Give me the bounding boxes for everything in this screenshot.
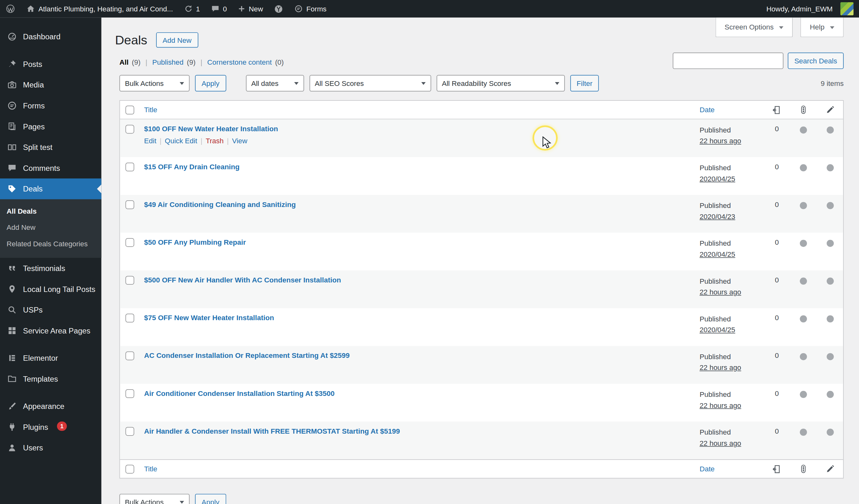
post-date: 22 hours ago [699, 439, 741, 447]
avatar [840, 2, 853, 15]
internal-links-count: 0 [764, 233, 789, 270]
edit-link[interactable]: Edit [144, 137, 156, 145]
column-date[interactable]: Date [699, 106, 764, 114]
deal-title-link[interactable]: $49 Air Conditioning Cleaning and Saniti… [144, 200, 296, 208]
internal-links-column-icon[interactable] [764, 464, 789, 474]
view-link[interactable]: View [232, 137, 247, 145]
wordpress-menu[interactable] [0, 0, 21, 17]
sidebar-item-local-long-tail-posts[interactable]: Local Long Tail Posts [0, 279, 102, 300]
sidebar-item-usps[interactable]: USPs [0, 300, 102, 320]
readability-scores-filter-select[interactable]: All Readability Scores [436, 75, 564, 92]
brush-icon [7, 401, 18, 411]
sidebar-item-users[interactable]: Users [0, 438, 102, 458]
seo-score-column-icon[interactable] [789, 105, 817, 114]
sidebar-item-plugins[interactable]: Plugins 1 [0, 416, 102, 438]
post-date: 2020/04/25 [699, 174, 735, 183]
view-cornerstone-link[interactable]: Cornerstone content [207, 58, 272, 66]
search-input[interactable] [673, 53, 784, 69]
sidebar-item-service-area-pages[interactable]: Service Area Pages [0, 320, 102, 341]
apply-button[interactable]: Apply [195, 75, 226, 92]
readability-column-icon[interactable] [817, 464, 843, 474]
view-published-link[interactable]: Published [152, 58, 184, 66]
row-checkbox[interactable] [125, 314, 134, 323]
row-checkbox[interactable] [125, 238, 134, 247]
row-checkbox[interactable] [125, 163, 134, 172]
select-all-checkbox[interactable] [125, 464, 134, 473]
filter-button[interactable]: Filter [570, 75, 599, 92]
sidebar-item-forms[interactable]: Forms [0, 95, 102, 116]
column-title[interactable]: Title [139, 465, 699, 473]
sidebar-item-elementor[interactable]: Elementor [0, 348, 102, 369]
sidebar-item-dashboard[interactable]: Dashboard [0, 26, 102, 47]
select-all-checkbox[interactable] [125, 105, 134, 114]
table-row: $500 OFF New Air Handler With AC Condens… [120, 270, 843, 308]
trash-link[interactable]: Trash [206, 137, 224, 145]
bulk-actions-select[interactable]: Bulk Actions [119, 75, 190, 92]
row-checkbox[interactable] [125, 125, 134, 134]
my-account-menu[interactable]: Howdy, Admin_EWM [761, 0, 859, 17]
comments-menu[interactable]: 0 [206, 0, 232, 17]
table-row: $49 Air Conditioning Cleaning and Saniti… [120, 195, 843, 233]
deal-title-link[interactable]: Air Handler & Condenser Install With FRE… [144, 427, 400, 435]
internal-links-column-icon[interactable] [764, 105, 789, 115]
internal-links-count: 0 [764, 384, 789, 422]
row-checkbox[interactable] [125, 276, 134, 285]
deal-title-link[interactable]: $75 OFF New Water Heater Installation [144, 314, 274, 322]
pin-icon [7, 59, 18, 69]
row-checkbox[interactable] [125, 200, 134, 209]
dates-filter-select[interactable]: All dates [246, 75, 304, 92]
sidebar-item-pages[interactable]: Pages [0, 116, 102, 137]
sidebar-item-deals[interactable]: Deals [0, 178, 102, 199]
view-all-count: (9) [132, 58, 140, 66]
screen-options-tab[interactable]: Screen Options [715, 17, 793, 37]
readability-score-dot [826, 353, 833, 360]
column-title[interactable]: Title [139, 106, 699, 114]
row-checkbox[interactable] [125, 351, 134, 360]
sidebar-item-templates[interactable]: Templates [0, 368, 102, 389]
deal-title-link[interactable]: $500 OFF New Air Handler With AC Condens… [144, 276, 341, 284]
deal-title-link[interactable]: $100 OFF New Water Heater Installation [144, 125, 278, 133]
forms-menu[interactable]: Forms [289, 0, 332, 17]
readability-score-cell [817, 233, 843, 270]
deal-title-link[interactable]: $15 OFF Any Drain Cleaning [144, 163, 240, 171]
help-tab[interactable]: Help [801, 17, 844, 37]
chevron-down-icon [294, 82, 299, 87]
bulk-actions-select-bottom[interactable]: Bulk Actions [119, 494, 190, 504]
submenu-related-deals-categories[interactable]: Related Deals Categories [0, 236, 102, 252]
sidebar-item-label: Forms [23, 100, 45, 111]
new-content-menu[interactable]: New [232, 0, 269, 17]
column-date[interactable]: Date [699, 465, 764, 473]
quick-edit-link[interactable]: Quick Edit [165, 137, 197, 145]
mouse-cursor [542, 136, 554, 151]
submenu-all-deals[interactable]: All Deals [0, 203, 102, 220]
updates-menu[interactable]: 1 [179, 0, 206, 17]
sidebar-item-appearance[interactable]: Appearance [0, 396, 102, 417]
apply-button-bottom[interactable]: Apply [195, 494, 226, 504]
deal-title-link[interactable]: AC Condenser Installation Or Replacement… [144, 351, 349, 360]
row-checkbox[interactable] [125, 427, 134, 436]
yoast-menu[interactable] [269, 0, 289, 17]
sidebar-item-media[interactable]: Media [0, 75, 102, 95]
seo-score-dot [800, 315, 807, 322]
seo-score-cell [789, 346, 817, 383]
divider: | [200, 58, 202, 66]
chevron-down-icon [421, 82, 425, 87]
readability-column-icon[interactable] [817, 105, 843, 114]
date-cell: Published 2020/04/25 [699, 308, 764, 346]
sidebar-item-label: Media [23, 79, 44, 90]
search-deals-button[interactable]: Search Deals [788, 53, 843, 69]
row-checkbox[interactable] [125, 389, 134, 398]
submenu-add-new[interactable]: Add New [0, 220, 102, 236]
deal-title-link[interactable]: $50 OFF Any Plumbing Repair [144, 238, 246, 246]
sidebar-item-posts[interactable]: Posts [0, 53, 102, 75]
seo-score-column-icon[interactable] [789, 464, 817, 474]
site-name-menu[interactable]: Atlantic Plumbing, Heating, and Air Cond… [21, 0, 179, 17]
table-header: Title Date [120, 101, 843, 120]
seo-scores-filter-select[interactable]: All SEO Scores [309, 75, 431, 92]
sidebar-item-comments[interactable]: Comments [0, 158, 102, 178]
view-all-link[interactable]: All [119, 58, 129, 66]
sidebar-item-split-test[interactable]: Split test [0, 137, 102, 158]
add-new-button[interactable]: Add New [156, 32, 198, 48]
sidebar-item-testimonials[interactable]: Testimonials [0, 258, 102, 279]
deal-title-link[interactable]: Air Conditioner Condenser Installation S… [144, 389, 334, 397]
